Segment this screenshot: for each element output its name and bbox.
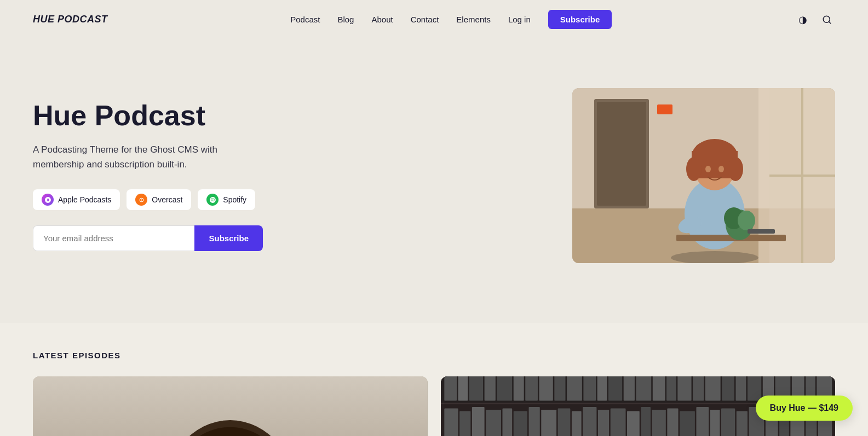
nav-link-elements[interactable]: Elements [456,15,491,24]
hero-subtitle: A Podcasting Theme for the Ghost CMS wit… [33,142,263,172]
nav-icon-group: ◑ [795,11,835,28]
apple-podcasts-badge[interactable]: Apple Podcasts [33,189,120,210]
svg-rect-73 [459,411,470,436]
svg-rect-54 [583,376,596,401]
nav-link-about[interactable]: About [371,15,393,24]
svg-point-29 [738,211,755,230]
svg-rect-75 [486,410,501,436]
svg-rect-45 [458,376,468,401]
svg-rect-87 [652,410,665,436]
apple-podcasts-icon [42,194,54,206]
nav-link-login[interactable]: Log in [508,15,531,24]
svg-rect-78 [528,407,539,436]
lower-section: LATEST EPISODES [0,323,868,436]
nav-link-podcast[interactable]: Podcast [290,15,320,24]
svg-rect-57 [623,376,634,401]
svg-rect-93 [736,411,747,436]
episode-card-1[interactable] [33,376,428,436]
svg-rect-86 [641,407,651,436]
nav-links: Podcast Blog About Contact Elements Log … [290,10,612,29]
svg-rect-61 [677,376,691,401]
spotify-icon [206,194,219,206]
svg-rect-91 [710,410,720,436]
svg-rect-84 [610,409,625,436]
overcast-icon [135,194,147,206]
svg-rect-47 [484,376,495,401]
svg-rect-60 [666,376,676,401]
podcast-badges: Apple Podcasts Overcast Spotify [33,189,263,210]
theme-toggle-button[interactable]: ◑ [795,11,811,28]
svg-line-1 [829,21,830,23]
svg-rect-51 [539,376,553,401]
hero-section: Hue Podcast A Podcasting Theme for the G… [0,39,868,323]
navigation: HUE PODCAST Podcast Blog About Contact E… [0,0,868,39]
svg-rect-72 [444,409,458,436]
svg-rect-8 [597,102,646,206]
hero-image [572,88,835,263]
svg-rect-80 [557,409,570,436]
svg-rect-52 [554,376,565,401]
spotify-label: Spotify [223,195,246,204]
overcast-label: Overcast [152,195,182,204]
svg-rect-88 [667,409,678,436]
svg-rect-76 [502,409,512,436]
buy-hue-button[interactable]: Buy Hue — $149 [756,396,853,421]
svg-rect-44 [444,376,457,401]
svg-rect-81 [571,411,581,436]
svg-rect-48 [497,376,512,401]
svg-point-23 [705,166,711,172]
svg-rect-66 [747,376,761,401]
svg-rect-55 [597,376,607,401]
subscribe-submit-button[interactable]: Subscribe [194,225,263,251]
email-input[interactable] [33,225,194,251]
hero-title: Hue Podcast [33,100,263,131]
svg-rect-77 [513,411,527,436]
svg-rect-83 [597,410,608,436]
svg-rect-90 [696,407,709,436]
spotify-badge[interactable]: Spotify [198,189,255,210]
nav-link-blog[interactable]: Blog [337,15,354,24]
svg-rect-58 [636,376,651,401]
overcast-badge[interactable]: Overcast [127,189,191,210]
search-button[interactable] [819,11,835,28]
svg-rect-79 [541,410,556,436]
svg-rect-62 [693,376,704,401]
svg-point-24 [718,166,724,172]
svg-rect-85 [627,411,640,436]
svg-rect-53 [567,376,582,401]
hero-content: Hue Podcast A Podcasting Theme for the G… [33,100,263,252]
latest-episodes-label: LATEST EPISODES [33,351,835,360]
svg-rect-74 [472,407,484,436]
nav-link-contact[interactable]: Contact [411,15,439,24]
svg-rect-64 [722,376,734,401]
nav-subscribe-button[interactable]: Subscribe [548,10,612,29]
svg-rect-82 [583,407,596,436]
svg-rect-92 [721,409,734,436]
svg-point-22 [728,157,743,181]
svg-rect-56 [608,376,622,401]
svg-rect-30 [748,229,775,234]
svg-rect-46 [469,376,482,401]
episodes-grid [33,376,835,436]
svg-point-21 [686,157,702,181]
svg-rect-59 [652,376,665,401]
svg-rect-50 [525,376,538,401]
site-logo[interactable]: HUE PODCAST [33,14,108,25]
svg-rect-65 [735,376,746,401]
svg-rect-49 [513,376,524,401]
svg-point-3 [141,199,142,200]
subscribe-form: Subscribe [33,225,263,251]
svg-rect-89 [680,411,695,436]
apple-podcasts-label: Apple Podcasts [58,195,111,204]
svg-rect-63 [705,376,720,401]
svg-rect-13 [657,104,672,114]
